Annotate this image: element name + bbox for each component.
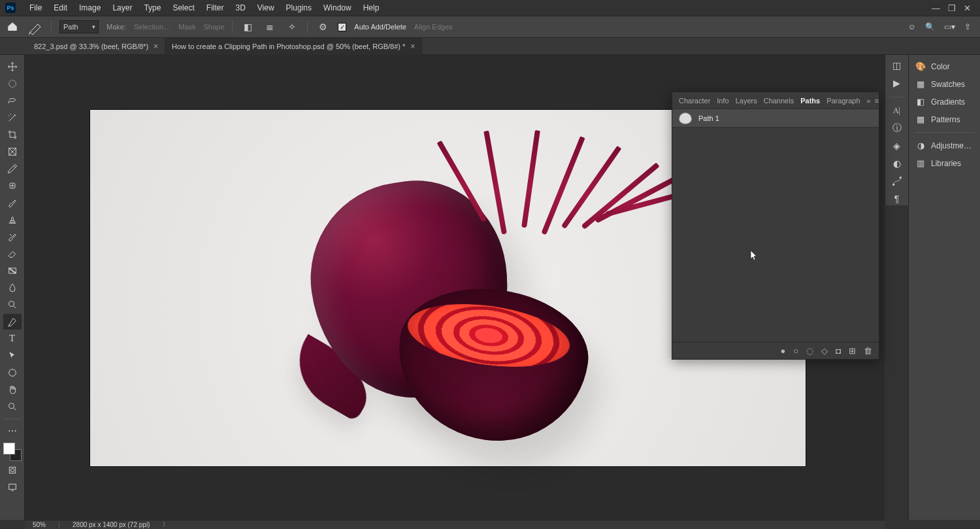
frame-tool[interactable] <box>3 144 22 160</box>
tab-character[interactable]: Character <box>679 97 710 105</box>
cloud-user-icon[interactable]: ☺ <box>908 22 916 31</box>
dodge-tool[interactable] <box>3 297 22 313</box>
path-operations-icon[interactable]: ◧ <box>240 20 255 34</box>
lasso-tool[interactable] <box>3 93 22 109</box>
eyedropper-tool[interactable] <box>3 161 22 177</box>
menu-help[interactable]: Help <box>357 1 385 15</box>
path-arrangement-icon[interactable]: ✧ <box>285 20 299 34</box>
menu-3d[interactable]: 3D <box>229 1 251 15</box>
paths-panel[interactable]: Character Info Layers Channels Paths Par… <box>672 92 879 360</box>
close-icon[interactable]: × <box>410 42 415 51</box>
delete-path-icon[interactable]: 🗑 <box>864 346 872 356</box>
character-panel-icon[interactable]: A| <box>889 104 905 118</box>
status-bar: 50% 2800 px x 1400 px (72 ppi) 〉 <box>25 520 885 529</box>
actions-play-icon[interactable]: ▶ <box>889 77 905 90</box>
info-panel-icon[interactable]: ⓘ <box>889 122 905 135</box>
align-edges-label[interactable]: Align Edges <box>414 23 453 31</box>
document-tab-active[interactable]: How to create a Clipping Path in Photosh… <box>165 38 422 55</box>
pen-tool[interactable] <box>3 314 22 330</box>
zoom-tool[interactable] <box>3 399 22 415</box>
new-path-icon[interactable]: ⊞ <box>849 346 856 356</box>
paragraph-panel-icon[interactable]: ¶ <box>889 192 905 205</box>
menu-filter[interactable]: Filter <box>201 1 230 15</box>
menu-select[interactable]: Select <box>167 1 200 15</box>
channels-panel-icon[interactable]: ◐ <box>889 156 905 170</box>
status-dimensions[interactable]: 2800 px x 1400 px (72 ppi) <box>73 521 150 528</box>
workspace-switcher-icon[interactable]: ▭▾ <box>944 22 955 31</box>
path-item-label: Path 1 <box>698 114 719 122</box>
home-button[interactable] <box>5 20 20 34</box>
shape-tool[interactable] <box>3 365 22 381</box>
path-select-tool[interactable] <box>3 348 22 364</box>
tab-paragraph[interactable]: Paragraph <box>826 97 860 105</box>
tool-preset[interactable] <box>27 20 43 33</box>
menu-view[interactable]: View <box>252 1 280 15</box>
search-icon[interactable]: 🔍 <box>925 22 935 31</box>
panel-adjustments[interactable]: ◑ Adjustme… <box>909 137 980 154</box>
panel-color[interactable]: 🎨 Color <box>909 58 980 75</box>
window-close-icon[interactable]: ✕ <box>964 3 971 13</box>
menu-edit[interactable]: Edit <box>48 1 73 15</box>
tab-info[interactable]: Info <box>717 97 728 105</box>
fill-path-icon[interactable]: ● <box>780 346 785 356</box>
close-icon[interactable]: × <box>154 42 158 51</box>
selection-to-path-icon[interactable]: ◇ <box>821 346 828 356</box>
panel-collapse-icon[interactable]: » <box>867 97 871 105</box>
document-tab[interactable]: 822_3.psd @ 33.3% (beet, RGB/8*) × <box>27 38 165 55</box>
gradient-tool[interactable] <box>3 263 22 279</box>
paths-list[interactable]: Path 1 <box>672 109 879 342</box>
path-item[interactable]: Path 1 <box>672 109 879 128</box>
panel-gradients[interactable]: ◧ Gradients <box>909 93 980 111</box>
auto-add-delete-checkbox[interactable]: ✓ <box>338 23 346 31</box>
stroke-path-icon[interactable]: ○ <box>793 346 798 356</box>
make-selection-button[interactable]: Selection… <box>134 23 171 31</box>
panel-swatches[interactable]: ▦ Swatches <box>909 75 980 93</box>
status-zoom[interactable]: 50% <box>33 521 46 528</box>
make-shape-button[interactable]: Shape <box>204 23 225 31</box>
panel-menu-icon[interactable]: ≡ <box>875 97 879 105</box>
history-brush-tool[interactable] <box>3 229 22 245</box>
foreground-swatch[interactable] <box>3 443 15 454</box>
quickmask-tool[interactable] <box>3 462 22 478</box>
menu-layer[interactable]: Layer <box>106 1 138 15</box>
panel-libraries[interactable]: ▥ Libraries <box>909 154 980 172</box>
gear-icon[interactable]: ⚙ <box>316 20 330 34</box>
share-icon[interactable]: ⇪ <box>964 22 971 31</box>
screenmode-tool[interactable] <box>3 479 22 495</box>
brush-tool[interactable] <box>3 195 22 211</box>
eraser-tool[interactable] <box>3 246 22 262</box>
tab-channels[interactable]: Channels <box>764 97 794 105</box>
move-tool[interactable] <box>3 59 22 75</box>
blur-tool[interactable] <box>3 280 22 296</box>
tab-paths[interactable]: Paths <box>800 97 820 105</box>
tool-mode-select[interactable]: Path <box>59 20 99 33</box>
tab-layers[interactable]: Layers <box>736 97 757 105</box>
svg-rect-9 <box>8 484 16 489</box>
hand-tool[interactable] <box>3 382 22 398</box>
menu-window[interactable]: Window <box>318 1 357 15</box>
marquee-tool[interactable] <box>3 76 22 92</box>
edit-toolbar-button[interactable]: ⋯ <box>3 423 22 439</box>
add-mask-icon[interactable]: ◘ <box>836 346 841 356</box>
histogram-icon[interactable]: ◫ <box>889 59 905 73</box>
type-tool[interactable]: T <box>3 331 22 347</box>
window-minimize-icon[interactable]: — <box>932 3 940 13</box>
menu-plugins[interactable]: Plugins <box>280 1 318 15</box>
path-to-selection-icon[interactable]: ◌ <box>806 346 813 356</box>
menu-file[interactable]: File <box>24 1 48 15</box>
svg-point-5 <box>8 369 16 377</box>
panel-patterns[interactable]: ▩ Patterns <box>909 111 980 128</box>
wand-tool[interactable] <box>3 110 22 126</box>
layers-panel-icon[interactable]: ◈ <box>889 139 905 152</box>
path-alignment-icon[interactable]: ≣ <box>263 20 277 34</box>
stamp-tool[interactable] <box>3 212 22 228</box>
healing-tool[interactable] <box>3 178 22 194</box>
grid-icon: ▦ <box>915 79 926 90</box>
paths-panel-icon[interactable] <box>889 174 905 188</box>
color-swatches[interactable] <box>3 443 22 461</box>
make-mask-button[interactable]: Mask <box>178 23 195 31</box>
window-maximize-icon[interactable]: ❐ <box>948 3 956 13</box>
crop-tool[interactable] <box>3 127 22 143</box>
menu-image[interactable]: Image <box>73 1 106 15</box>
menu-type[interactable]: Type <box>138 1 167 15</box>
